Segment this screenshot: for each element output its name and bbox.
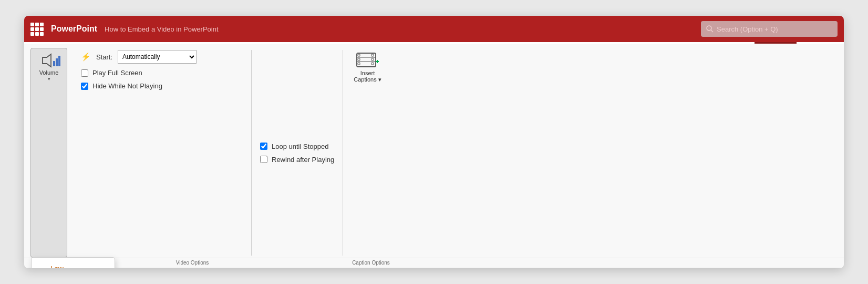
rewind-after-playing-label: Rewind after Playing (272, 156, 334, 164)
play-full-screen-label: Play Full Screen (92, 69, 142, 77)
start-section: ⚡ Start: Automatically On Click In Click… (73, 48, 251, 258)
volume-dropdown: Low Medium High ✓ Mute (31, 257, 115, 268)
ribbon-section-labels: Video Options Caption Options (24, 258, 844, 268)
captions-icon (356, 51, 379, 70)
loop-until-stopped-row: Loop until Stopped (260, 143, 334, 150)
app-window: PowerPoint How to Embed a Video in Power… (24, 16, 844, 268)
play-full-screen-row: Play Full Screen (81, 69, 243, 77)
rewind-after-playing-checkbox[interactable] (260, 156, 267, 163)
svg-rect-14 (371, 63, 374, 65)
insert-captions-button[interactable]: InsertCaptions ▾ (343, 48, 391, 258)
rewind-after-playing-row: Rewind after Playing (260, 156, 334, 164)
start-select[interactable]: Automatically On Click In Click Sequence (118, 50, 197, 64)
start-label: Start: (96, 53, 112, 61)
hide-while-not-playing-row: Hide While Not Playing (81, 82, 243, 90)
svg-marker-2 (43, 54, 51, 67)
start-row: ⚡ Start: Automatically On Click In Click… (81, 50, 243, 64)
svg-rect-3 (53, 61, 55, 66)
caption-options-label: Caption Options (313, 260, 429, 266)
svg-rect-13 (371, 58, 374, 60)
captions-label: InsertCaptions ▾ (354, 70, 381, 83)
lightning-icon: ⚡ (81, 52, 91, 62)
svg-rect-10 (358, 58, 360, 60)
volume-button[interactable]: Volume ▾ Low Medium High ✓ Mute (30, 48, 67, 258)
loop-until-stopped-checkbox[interactable] (260, 143, 267, 150)
volume-icon (38, 50, 59, 68)
svg-rect-11 (358, 63, 360, 65)
svg-point-0 (707, 26, 711, 31)
ribbon: Volume ▾ Low Medium High ✓ Mute (24, 44, 844, 268)
title-bar: PowerPoint How to Embed a Video in Power… (24, 16, 844, 42)
app-name: PowerPoint (51, 24, 97, 34)
svg-rect-5 (58, 56, 60, 66)
doc-title: How to Embed a Video in PowerPoint (105, 25, 219, 33)
svg-rect-9 (358, 54, 360, 56)
search-box[interactable] (701, 21, 838, 37)
search-input[interactable] (717, 25, 822, 33)
volume-caret: ▾ (48, 76, 50, 82)
volume-option-low[interactable]: Low (32, 260, 115, 268)
playback-options: Loop until Stopped Rewind after Playing (252, 48, 343, 258)
svg-rect-4 (56, 58, 58, 66)
svg-line-1 (711, 30, 713, 32)
play-full-screen-checkbox[interactable] (81, 69, 88, 77)
search-icon (706, 25, 714, 33)
hide-while-not-playing-checkbox[interactable] (81, 83, 88, 90)
loop-until-stopped-label: Loop until Stopped (272, 143, 328, 150)
hide-while-not-playing-label: Hide While Not Playing (92, 82, 162, 90)
grid-icon[interactable] (30, 23, 44, 36)
svg-rect-12 (371, 54, 374, 56)
